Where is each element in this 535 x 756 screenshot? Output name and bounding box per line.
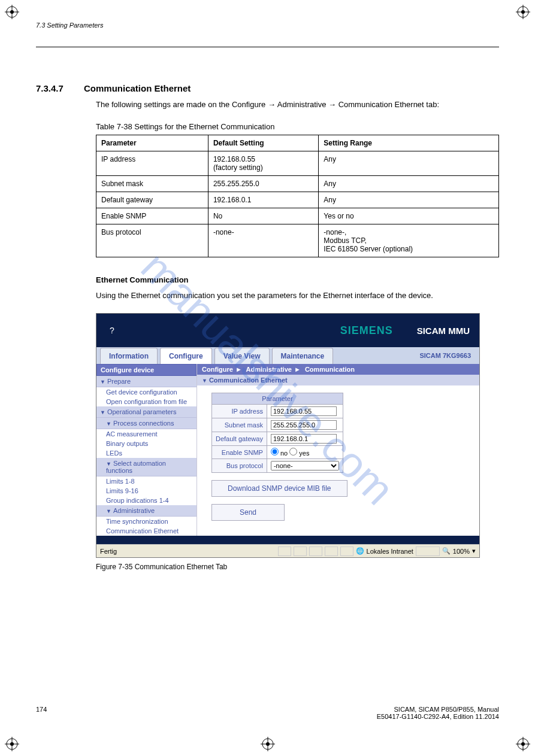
panel-title: Communication Ethernet xyxy=(197,375,479,385)
table-cell: Default gateway xyxy=(96,192,208,208)
zoom-level[interactable]: 100% xyxy=(453,548,470,555)
table-cell: Bus protocol xyxy=(96,224,208,257)
snmp-no-label: no xyxy=(280,450,288,457)
col-header: Default Setting xyxy=(208,135,318,151)
table-cell: Any xyxy=(319,151,499,176)
table-cell: -none- xyxy=(208,224,318,257)
footer-doc: SICAM, SICAM P850/P855, Manual xyxy=(377,706,499,713)
tab-value-view[interactable]: Value View xyxy=(214,348,270,364)
table-cell: Enable SNMP xyxy=(96,208,208,224)
device-label: SICAM 7KG9663 xyxy=(419,352,476,359)
help-icon[interactable]: ? xyxy=(110,326,114,335)
tab-bar: Information Configure Value View Mainten… xyxy=(96,347,479,364)
bus-label: Bus protocol xyxy=(212,459,267,473)
snmp-yes-radio[interactable] xyxy=(289,448,297,456)
col-header: Parameter xyxy=(96,135,208,151)
subsection-title: Ethernet Communication xyxy=(96,275,499,284)
product-name: SICAM MMU xyxy=(417,326,470,336)
gateway-input[interactable] xyxy=(271,434,337,444)
sidebar-item-comm-ethernet[interactable]: Communication Ethernet xyxy=(96,526,197,536)
tab-maintenance[interactable]: Maintenance xyxy=(272,348,334,364)
globe-icon: 🌐 xyxy=(356,547,364,555)
breadcrumb-item[interactable]: Administrative xyxy=(246,366,292,373)
sidebar-item[interactable]: Open configuration from file xyxy=(96,397,197,406)
status-bar: Fertig 🌐 Lokales Intranet 🔍 100% ▾ xyxy=(96,544,479,557)
app-banner: ? SIEMENS SICAM MMU xyxy=(96,314,479,347)
parameter-table: Parameter IP address Subnet mask Default… xyxy=(211,393,343,473)
registration-mark-icon xyxy=(516,5,530,19)
registration-mark-icon xyxy=(516,737,530,751)
running-head: 7.3 Setting Parameters xyxy=(36,22,499,29)
mask-label: Subnet mask xyxy=(212,418,267,432)
table-cell: Yes or no xyxy=(319,208,499,224)
sidebar-item[interactable]: Get device configuration xyxy=(96,387,197,397)
sidebar-group-process[interactable]: Process connections xyxy=(96,418,197,429)
ip-input[interactable] xyxy=(271,406,337,416)
mask-input[interactable] xyxy=(271,420,337,430)
table-cell: 192.168.0.55 (factory setting) xyxy=(208,151,318,176)
sidebar-item[interactable]: AC measurement xyxy=(96,429,197,439)
table-cell: Subnet mask xyxy=(96,176,208,192)
sidebar-item[interactable]: LEDs xyxy=(96,448,197,458)
status-zone: Lokales Intranet xyxy=(367,548,413,555)
chevron-down-icon[interactable]: ▾ xyxy=(472,547,476,555)
registration-mark-icon xyxy=(5,5,19,19)
snmp-yes-label: yes xyxy=(299,450,309,457)
screenshot-figure: ? SIEMENS SICAM MMU Information Configur… xyxy=(96,313,480,558)
table-cell: No xyxy=(208,208,318,224)
sidebar-item[interactable]: Time synchronization xyxy=(96,517,197,526)
sidebar-group-operational[interactable]: Operational parameters xyxy=(96,406,197,418)
figure-caption: Figure 7-35 Communication Ethernet Tab xyxy=(96,563,499,571)
table-cell: 192.168.0.1 xyxy=(208,192,318,208)
table-cell: Any xyxy=(319,192,499,208)
param-header: Parameter xyxy=(212,393,343,405)
sidebar: Configure device Prepare Get device conf… xyxy=(96,364,197,536)
sidebar-item[interactable]: Binary outputs xyxy=(96,439,197,448)
subsection-body: Using the Ethernet communication you set… xyxy=(96,290,499,301)
table-cell: -none-, Modbus TCP, IEC 61850 Server (op… xyxy=(319,224,499,257)
settings-table: Parameter Default Setting Setting Range … xyxy=(96,135,499,257)
sidebar-group-administrative[interactable]: Administrative xyxy=(96,505,197,517)
sidebar-group-automation[interactable]: Select automation functions xyxy=(96,458,197,476)
snmp-label: Enable SNMP xyxy=(212,446,267,459)
section-heading: 7.3.4.7 Communication Ethernet xyxy=(36,83,499,93)
brand-logo: SIEMENS xyxy=(340,324,393,337)
snmp-no-radio[interactable] xyxy=(271,448,279,456)
table-cell: IP address xyxy=(96,151,208,176)
download-mib-button[interactable]: Download SNMP device MIB file xyxy=(211,480,347,497)
breadcrumb-item[interactable]: Configure xyxy=(202,366,233,373)
ip-label: IP address xyxy=(212,405,267,418)
sidebar-item[interactable]: Group indications 1-4 xyxy=(96,496,197,505)
registration-mark-icon xyxy=(5,737,19,751)
tab-configure[interactable]: Configure xyxy=(160,348,212,364)
gateway-label: Default gateway xyxy=(212,432,267,446)
bus-select[interactable]: -none- xyxy=(271,461,339,470)
page-footer: 174 SICAM, SICAM P850/P855, Manual E5041… xyxy=(36,706,499,720)
registration-mark-icon xyxy=(261,737,275,751)
tab-information[interactable]: Information xyxy=(100,348,158,364)
status-text: Fertig xyxy=(100,548,117,555)
send-button[interactable]: Send xyxy=(211,504,285,521)
sidebar-item[interactable]: Limits 9-16 xyxy=(96,486,197,496)
table-caption: Table 7-38 Settings for the Ethernet Com… xyxy=(96,122,499,131)
section-title: Communication Ethernet xyxy=(84,83,499,93)
breadcrumb: Configure► Administrative► Communication xyxy=(197,364,479,375)
sidebar-item[interactable]: Limits 1-8 xyxy=(96,476,197,486)
sidebar-group-prepare[interactable]: Prepare xyxy=(96,376,197,387)
zoom-icon[interactable]: 🔍 xyxy=(442,547,451,555)
breadcrumb-item: Communication xyxy=(305,366,355,373)
footer-ref: E50417-G1140-C292-A4, Edition 11.2014 xyxy=(377,713,499,720)
table-cell: 255.255.255.0 xyxy=(208,176,318,192)
intro-text: The following settings are made on the C… xyxy=(96,99,499,110)
col-header: Setting Range xyxy=(319,135,499,151)
sidebar-header: Configure device xyxy=(96,364,197,376)
page-number: 174 xyxy=(36,706,47,713)
section-number: 7.3.4.7 xyxy=(36,83,64,93)
table-cell: Any xyxy=(319,176,499,192)
